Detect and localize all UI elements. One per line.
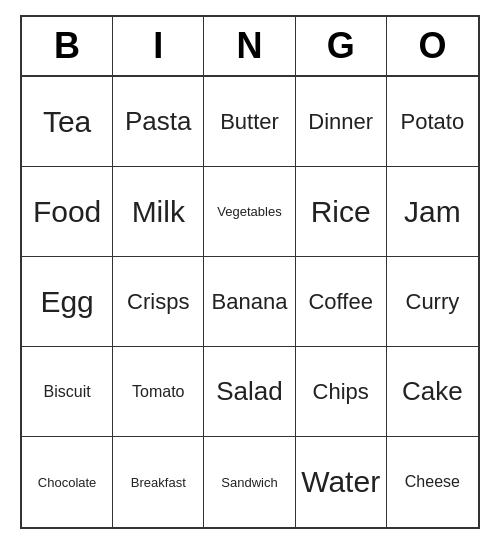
cell-label: Water (301, 465, 380, 499)
bingo-cell[interactable]: Milk (113, 167, 204, 257)
bingo-cell[interactable]: Cheese (387, 437, 478, 527)
bingo-grid: TeaPastaButterDinnerPotatoFoodMilkVegeta… (22, 77, 478, 527)
bingo-cell[interactable]: Rice (296, 167, 387, 257)
cell-label: Pasta (125, 106, 192, 137)
bingo-cell[interactable]: Chips (296, 347, 387, 437)
cell-label: Chips (313, 379, 369, 405)
bingo-cell[interactable]: Butter (204, 77, 295, 167)
cell-label: Banana (212, 289, 288, 315)
cell-label: Dinner (308, 109, 373, 135)
bingo-cell[interactable]: Pasta (113, 77, 204, 167)
bingo-cell[interactable]: Food (22, 167, 113, 257)
bingo-card: BINGO TeaPastaButterDinnerPotatoFoodMilk… (20, 15, 480, 529)
header-letter: N (204, 17, 295, 75)
bingo-cell[interactable]: Salad (204, 347, 295, 437)
cell-label: Rice (311, 195, 371, 229)
bingo-cell[interactable]: Vegetables (204, 167, 295, 257)
cell-label: Crisps (127, 289, 189, 315)
cell-label: Vegetables (217, 204, 281, 219)
cell-label: Potato (401, 109, 465, 135)
cell-label: Tomato (132, 383, 184, 401)
bingo-cell[interactable]: Biscuit (22, 347, 113, 437)
bingo-cell[interactable]: Egg (22, 257, 113, 347)
cell-label: Chocolate (38, 475, 97, 490)
cell-label: Curry (406, 289, 460, 315)
cell-label: Sandwich (221, 475, 277, 490)
bingo-cell[interactable]: Curry (387, 257, 478, 347)
bingo-cell[interactable]: Crisps (113, 257, 204, 347)
cell-label: Food (33, 195, 101, 229)
bingo-cell[interactable]: Breakfast (113, 437, 204, 527)
bingo-cell[interactable]: Tea (22, 77, 113, 167)
bingo-cell[interactable]: Chocolate (22, 437, 113, 527)
bingo-cell[interactable]: Dinner (296, 77, 387, 167)
bingo-cell[interactable]: Jam (387, 167, 478, 257)
bingo-cell[interactable]: Tomato (113, 347, 204, 437)
cell-label: Breakfast (131, 475, 186, 490)
cell-label: Egg (40, 285, 93, 319)
cell-label: Salad (216, 376, 283, 407)
header-letter: B (22, 17, 113, 75)
cell-label: Milk (132, 195, 185, 229)
cell-label: Cake (402, 376, 463, 407)
header-letter: O (387, 17, 478, 75)
bingo-cell[interactable]: Cake (387, 347, 478, 437)
cell-label: Cheese (405, 473, 460, 491)
cell-label: Biscuit (44, 383, 91, 401)
cell-label: Jam (404, 195, 461, 229)
cell-label: Tea (43, 105, 91, 139)
header-letter: G (296, 17, 387, 75)
bingo-cell[interactable]: Banana (204, 257, 295, 347)
bingo-cell[interactable]: Sandwich (204, 437, 295, 527)
bingo-header: BINGO (22, 17, 478, 77)
bingo-cell[interactable]: Coffee (296, 257, 387, 347)
bingo-cell[interactable]: Potato (387, 77, 478, 167)
cell-label: Coffee (308, 289, 372, 315)
header-letter: I (113, 17, 204, 75)
bingo-cell[interactable]: Water (296, 437, 387, 527)
cell-label: Butter (220, 109, 279, 135)
